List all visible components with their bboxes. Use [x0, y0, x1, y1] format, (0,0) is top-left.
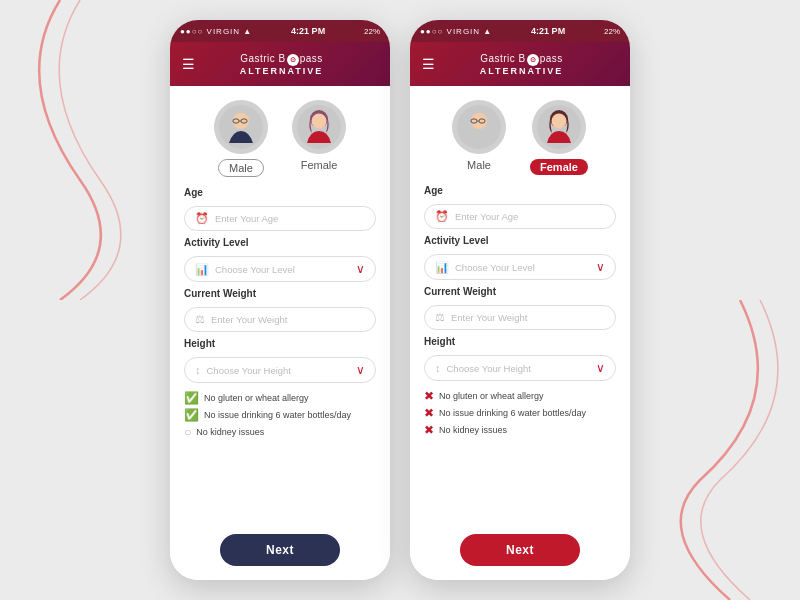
carrier-right: ●●○○ VIRGIN ▲ [420, 27, 492, 36]
svg-point-7 [312, 114, 327, 129]
male-label-right: Male [467, 159, 491, 171]
gender-row-left: Male [184, 100, 376, 177]
checkbox-water-label-left: No issue drinking 6 water bottles/day [204, 410, 351, 420]
hamburger-icon-left[interactable]: ☰ [182, 56, 195, 72]
checkbox-water-icon-left: ✅ [184, 408, 199, 422]
checkbox-gluten-label-right: No gluten or wheat allergy [439, 391, 544, 401]
activity-label-right: Activity Level [424, 235, 616, 246]
age-input-left[interactable]: ⏰ Enter Your Age [184, 206, 376, 231]
app-header-left: ☰ Gastric B⊙pass ALTERNATIVE [170, 42, 390, 86]
activity-placeholder-left: Choose Your Level [215, 264, 350, 275]
brand-circle-right: ⊙ [527, 54, 539, 66]
activity-arrow-right: ∨ [596, 260, 605, 274]
checkbox-kidney-left[interactable]: ○ No kidney issues [184, 425, 376, 439]
male-label-left: Male [218, 159, 264, 177]
checkbox-kidney-right[interactable]: ✖ No kidney issues [424, 423, 616, 437]
weight-label-left: Current Weight [184, 288, 376, 299]
time-left: 4:21 PM [291, 26, 325, 36]
header-title-right: Gastric B⊙pass ALTERNATIVE [443, 53, 600, 76]
gender-male-right[interactable]: Male [452, 100, 506, 175]
activity-icon-right: 📊 [435, 261, 449, 274]
height-placeholder-left: Choose Your Height [207, 365, 351, 376]
age-placeholder-right: Enter Your Age [455, 211, 605, 222]
height-arrow-right: ∨ [596, 361, 605, 375]
checkbox-kidney-label-left: No kidney issues [196, 427, 264, 437]
checkbox-gluten-label-left: No gluten or wheat allergy [204, 393, 309, 403]
checkbox-gluten-icon-right: ✖ [424, 389, 434, 403]
next-button-left[interactable]: Next [220, 534, 340, 566]
brand-top-left: Gastric B⊙pass [240, 53, 323, 66]
height-label-right: Height [424, 336, 616, 347]
checkboxes-left: ✅ No gluten or wheat allergy ✅ No issue … [184, 391, 376, 439]
battery-left: 22% [364, 27, 380, 36]
female-label-left: Female [301, 159, 338, 171]
height-icon-left: ↕ [195, 364, 201, 376]
checkboxes-right: ✖ No gluten or wheat allergy ✖ No issue … [424, 389, 616, 437]
brand-circle-left: ⊙ [287, 54, 299, 66]
time-right: 4:21 PM [531, 26, 565, 36]
checkbox-gluten-right[interactable]: ✖ No gluten or wheat allergy [424, 389, 616, 403]
weight-input-left[interactable]: ⚖ Enter Your Weight [184, 307, 376, 332]
female-avatar-right [532, 100, 586, 154]
weight-placeholder-left: Enter Your Weight [211, 314, 365, 325]
height-label-left: Height [184, 338, 376, 349]
phone-content-left: Male [170, 86, 390, 580]
battery-right: 22% [604, 27, 620, 36]
height-icon-right: ↕ [435, 362, 441, 374]
gender-row-right: Male Female [424, 100, 616, 175]
status-bar-right: ●●○○ VIRGIN ▲ 4:21 PM 22% [410, 20, 630, 42]
age-label-left: Age [184, 187, 376, 198]
weight-icon-left: ⚖ [195, 313, 205, 326]
weight-icon-right: ⚖ [435, 311, 445, 324]
age-label-right: Age [424, 185, 616, 196]
next-button-right[interactable]: Next [460, 534, 580, 566]
svg-point-15 [551, 114, 566, 129]
female-avatar-left [292, 100, 346, 154]
male-avatar-right [452, 100, 506, 154]
age-placeholder-left: Enter Your Age [215, 213, 365, 224]
gender-female-left[interactable]: Female [292, 100, 346, 177]
activity-icon-left: 📊 [195, 263, 209, 276]
brand-top-right: Gastric B⊙pass [480, 53, 563, 66]
checkbox-kidney-label-right: No kidney issues [439, 425, 507, 435]
header-title-left: Gastric B⊙pass ALTERNATIVE [203, 53, 360, 76]
activity-placeholder-right: Choose Your Level [455, 262, 590, 273]
background: ●●○○ VIRGIN ▲ 4:21 PM 22% ☰ Gastric B⊙pa… [0, 0, 800, 600]
checkbox-kidney-icon-right: ✖ [424, 423, 434, 437]
phone-left: ●●○○ VIRGIN ▲ 4:21 PM 22% ☰ Gastric B⊙pa… [170, 20, 390, 580]
age-icon-right: ⏰ [435, 210, 449, 223]
checkbox-gluten-icon-left: ✅ [184, 391, 199, 405]
female-label-right: Female [530, 159, 588, 175]
gender-female-right[interactable]: Female [530, 100, 588, 175]
weight-input-right[interactable]: ⚖ Enter Your Weight [424, 305, 616, 330]
height-placeholder-right: Choose Your Height [447, 363, 591, 374]
phone-content-right: Male Female [410, 86, 630, 580]
next-btn-container-right: Next [424, 528, 616, 570]
brand-bottom-left: ALTERNATIVE [240, 66, 324, 76]
checkbox-kidney-icon-left: ○ [184, 425, 191, 439]
hamburger-icon-right[interactable]: ☰ [422, 56, 435, 72]
activity-arrow-left: ∨ [356, 262, 365, 276]
checkbox-water-left[interactable]: ✅ No issue drinking 6 water bottles/day [184, 408, 376, 422]
weight-placeholder-right: Enter Your Weight [451, 312, 605, 323]
gender-male-left[interactable]: Male [214, 100, 268, 177]
age-icon-left: ⏰ [195, 212, 209, 225]
status-bar-left: ●●○○ VIRGIN ▲ 4:21 PM 22% [170, 20, 390, 42]
height-arrow-left: ∨ [356, 363, 365, 377]
height-dropdown-right[interactable]: ↕ Choose Your Height ∨ [424, 355, 616, 381]
activity-dropdown-right[interactable]: 📊 Choose Your Level ∨ [424, 254, 616, 280]
checkbox-water-label-right: No issue drinking 6 water bottles/day [439, 408, 586, 418]
next-btn-container-left: Next [184, 528, 376, 570]
weight-label-right: Current Weight [424, 286, 616, 297]
checkbox-water-right[interactable]: ✖ No issue drinking 6 water bottles/day [424, 406, 616, 420]
height-dropdown-left[interactable]: ↕ Choose Your Height ∨ [184, 357, 376, 383]
male-avatar-left [214, 100, 268, 154]
app-header-right: ☰ Gastric B⊙pass ALTERNATIVE [410, 42, 630, 86]
checkbox-gluten-left[interactable]: ✅ No gluten or wheat allergy [184, 391, 376, 405]
brand-bottom-right: ALTERNATIVE [480, 66, 564, 76]
age-input-right[interactable]: ⏰ Enter Your Age [424, 204, 616, 229]
phone-right: ●●○○ VIRGIN ▲ 4:21 PM 22% ☰ Gastric B⊙pa… [410, 20, 630, 580]
checkbox-water-icon-right: ✖ [424, 406, 434, 420]
activity-dropdown-left[interactable]: 📊 Choose Your Level ∨ [184, 256, 376, 282]
carrier-left: ●●○○ VIRGIN ▲ [180, 27, 252, 36]
